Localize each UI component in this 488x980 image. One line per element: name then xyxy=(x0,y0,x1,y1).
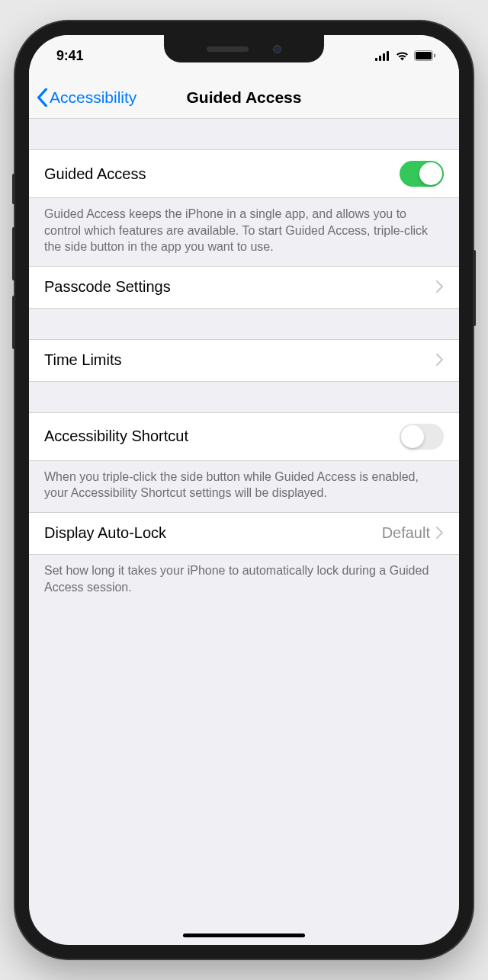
svg-rect-3 xyxy=(387,51,389,61)
svg-rect-5 xyxy=(416,52,432,59)
battery-icon xyxy=(414,50,436,61)
chevron-right-icon xyxy=(436,351,444,370)
svg-rect-6 xyxy=(434,54,435,58)
back-button[interactable]: Accessibility xyxy=(37,88,136,107)
guided-access-toggle[interactable] xyxy=(400,161,444,187)
toggle-knob xyxy=(419,162,442,185)
svg-rect-0 xyxy=(375,58,377,61)
accessibility-shortcut-row[interactable]: Accessibility Shortcut xyxy=(29,412,459,461)
accessibility-shortcut-footer: When you triple-click the side button wh… xyxy=(29,461,459,512)
volume-down-button xyxy=(12,296,15,349)
settings-content: Guided Access Guided Access keeps the iP… xyxy=(29,119,459,606)
accessibility-shortcut-toggle[interactable] xyxy=(400,424,444,450)
guided-access-footer: Guided Access keeps the iPhone in a sing… xyxy=(29,198,459,266)
nav-bar: Accessibility Guided Access xyxy=(29,76,459,119)
guided-access-row[interactable]: Guided Access xyxy=(29,149,459,198)
svg-rect-2 xyxy=(383,53,385,61)
screen: 9:41 xyxy=(29,35,459,945)
cellular-icon xyxy=(375,51,390,61)
chevron-right-icon xyxy=(436,277,444,297)
accessibility-shortcut-label: Accessibility Shortcut xyxy=(44,428,400,445)
front-camera xyxy=(273,45,281,53)
wifi-icon xyxy=(395,50,409,61)
time-limits-label: Time Limits xyxy=(44,351,436,369)
status-icons xyxy=(375,50,436,61)
display-auto-lock-label: Display Auto-Lock xyxy=(44,524,382,542)
side-button xyxy=(473,250,476,326)
home-indicator[interactable] xyxy=(183,934,305,937)
passcode-settings-row[interactable]: Passcode Settings xyxy=(29,266,459,309)
chevron-right-icon xyxy=(436,524,444,543)
back-label: Accessibility xyxy=(50,88,136,107)
notch xyxy=(164,35,324,62)
status-time: 9:41 xyxy=(56,48,83,64)
display-auto-lock-footer: Set how long it takes your iPhone to aut… xyxy=(29,555,459,606)
speaker xyxy=(207,46,249,52)
iphone-frame: 9:41 xyxy=(15,21,473,959)
guided-access-label: Guided Access xyxy=(44,165,400,183)
page-title: Guided Access xyxy=(187,88,302,107)
display-auto-lock-row[interactable]: Display Auto-Lock Default xyxy=(29,512,459,555)
toggle-knob xyxy=(401,425,424,448)
svg-rect-1 xyxy=(379,56,381,61)
display-auto-lock-value: Default xyxy=(382,524,430,542)
chevron-left-icon xyxy=(37,88,48,107)
time-limits-row[interactable]: Time Limits xyxy=(29,339,459,382)
volume-up-button xyxy=(12,227,15,280)
passcode-settings-label: Passcode Settings xyxy=(44,278,436,296)
mute-switch xyxy=(12,174,15,204)
